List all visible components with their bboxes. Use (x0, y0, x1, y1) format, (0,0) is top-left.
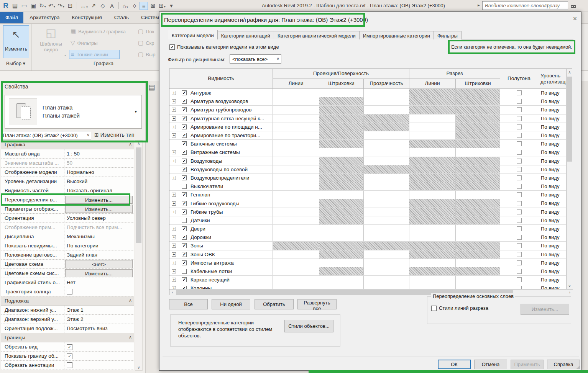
override-cell-pl[interactable] (273, 182, 319, 190)
ribbon-item-2[interactable]: ≡Тонкие линии (69, 50, 120, 59)
override-cell-pl[interactable] (273, 225, 319, 233)
override-cell-ps[interactable] (319, 89, 364, 97)
text-icon[interactable]: A (108, 2, 116, 10)
property-value[interactable]: По категории (64, 241, 134, 250)
override-cell-pl[interactable] (273, 276, 319, 284)
header-cut-lines[interactable]: Линии (409, 79, 456, 89)
tag-icon[interactable]: ◇ (99, 2, 107, 10)
property-value[interactable]: ✓ (64, 342, 134, 351)
halftone-checkbox[interactable] (517, 277, 522, 282)
binoculars-icon[interactable] (571, 3, 575, 9)
scroll-down-icon[interactable]: ∨ (135, 365, 142, 370)
properties-scrollbar[interactable]: ∧ ∨ (135, 140, 143, 371)
override-cell-pl[interactable] (273, 259, 319, 267)
category-visibility-cell[interactable]: ✓Воздуховоды по осевой (169, 165, 273, 173)
property-value[interactable]: <нет> (64, 260, 134, 268)
detail-level-cell[interactable]: По виду (538, 216, 566, 224)
collapse-icon[interactable]: ∧ (129, 142, 132, 149)
halftone-checkbox[interactable] (517, 150, 522, 155)
selection-panel-label[interactable]: Выбор ▾ (0, 61, 31, 66)
category-checkbox[interactable]: ✓ (182, 150, 187, 155)
override-cell-cl[interactable] (409, 276, 456, 284)
category-visibility-cell[interactable]: +Кабельные лотки (169, 267, 273, 275)
override-cell-pl[interactable] (273, 97, 319, 105)
halftone-checkbox[interactable] (517, 99, 522, 104)
print-icon[interactable]: ⊟ (66, 2, 74, 10)
override-cell-pl[interactable] (273, 191, 319, 199)
halftone-checkbox[interactable] (517, 235, 522, 240)
halftone-checkbox[interactable] (517, 133, 522, 138)
revit-logo-icon[interactable]: R (2, 1, 10, 10)
property-value[interactable]: Изменить... (64, 195, 134, 204)
property-value[interactable]: Нормально (64, 168, 134, 177)
category-visibility-cell[interactable]: Выключатели (169, 182, 273, 190)
override-cell-tr[interactable] (364, 276, 409, 284)
halftone-checkbox[interactable] (517, 116, 522, 121)
override-cell-ps[interactable] (319, 284, 364, 289)
select-none-button[interactable]: Ни одной (212, 299, 250, 309)
category-visibility-cell[interactable]: +✓Генплан (169, 191, 273, 199)
override-cell-tr[interactable] (364, 157, 409, 165)
category-visibility-cell[interactable]: +✓Воздуховоды (169, 157, 273, 165)
category-checkbox[interactable]: ✓ (182, 124, 187, 129)
detail-level-cell[interactable]: По виду (538, 208, 566, 216)
detail-level-cell[interactable]: По виду (538, 242, 566, 250)
override-cell-cs[interactable] (456, 233, 500, 241)
undo-icon[interactable]: ↶▾ (48, 2, 56, 10)
expand-icon[interactable]: + (172, 108, 176, 112)
category-visibility-cell[interactable]: +✓Импосты витража (169, 259, 273, 267)
override-cell-pl[interactable] (273, 89, 319, 97)
category-visibility-cell[interactable]: +✓Зоны (169, 242, 273, 250)
property-value[interactable]: Изменить... (64, 269, 134, 278)
ok-button[interactable]: ОК (438, 360, 471, 369)
property-value[interactable]: 1 : 50 (64, 149, 134, 158)
detail-level-cell[interactable]: По виду (538, 97, 566, 105)
detail-level-cell[interactable]: По виду (538, 165, 566, 173)
category-visibility-cell[interactable]: +✓Армирование по траектори... (169, 131, 273, 139)
override-cell-pl[interactable] (273, 208, 319, 216)
override-cell-pl[interactable] (273, 115, 319, 123)
search-input[interactable]: Введите ключевое слово/фразу (482, 1, 568, 10)
expand-icon[interactable]: + (172, 91, 176, 95)
override-cell-ps[interactable] (319, 276, 364, 284)
property-edit-button[interactable]: Изменить... (65, 205, 133, 213)
override-cell-tr[interactable] (364, 182, 409, 190)
expand-all-button[interactable]: Развернуть все (297, 299, 337, 309)
expand-icon[interactable]: + (172, 286, 176, 289)
expand-icon[interactable]: + (172, 252, 176, 257)
override-cell-tr[interactable] (364, 148, 409, 156)
header-halftone[interactable]: Полутона (500, 69, 538, 89)
cut-line-styles-checkbox[interactable] (431, 306, 437, 311)
halftone-checkbox[interactable] (517, 141, 522, 146)
expand-icon[interactable]: + (172, 193, 176, 197)
override-cell-pl[interactable] (273, 199, 319, 207)
category-checkbox[interactable]: ✓ (182, 99, 187, 104)
category-checkbox[interactable]: ✓ (182, 133, 187, 138)
category-checkbox[interactable]: ✓ (182, 260, 187, 265)
close-hidden-windows-icon[interactable]: ⊠ (149, 2, 157, 10)
customize-qat-icon[interactable]: ▾ (167, 2, 176, 10)
property-checkbox[interactable] (67, 362, 72, 368)
category-checkbox[interactable]: ✓ (182, 175, 187, 180)
category-visibility-cell[interactable]: +✓Колонны (169, 284, 273, 289)
category-visibility-cell[interactable]: +✓Арматура воздуховодов (169, 97, 273, 105)
halftone-checkbox[interactable] (517, 218, 522, 223)
ribbon-tab-2[interactable]: Конструкция (66, 11, 108, 23)
halftone-checkbox[interactable] (517, 159, 522, 164)
dialog-tab-1[interactable]: Категории аннотаций (217, 31, 274, 39)
expand-icon[interactable]: + (172, 244, 176, 248)
override-cell-tr[interactable] (364, 199, 409, 207)
thin-lines-icon[interactable]: ≡ (140, 2, 148, 10)
halftone-checkbox[interactable] (517, 107, 522, 112)
override-cell-pl[interactable] (273, 157, 319, 165)
category-visibility-cell[interactable]: +✓Арматура трубопроводов (169, 106, 273, 114)
override-cell-ps[interactable] (319, 148, 364, 156)
category-checkbox[interactable]: ✓ (182, 167, 187, 172)
override-cell-tr[interactable] (364, 131, 409, 139)
category-checkbox[interactable]: ✓ (182, 192, 187, 197)
override-cell-tr[interactable] (364, 225, 409, 233)
override-cell-tr[interactable] (364, 140, 409, 148)
category-visibility-cell[interactable]: +✓Арматурная сетка несущей к... (169, 115, 273, 123)
detail-level-cell[interactable]: По виду (538, 250, 566, 258)
category-checkbox[interactable] (182, 269, 187, 274)
